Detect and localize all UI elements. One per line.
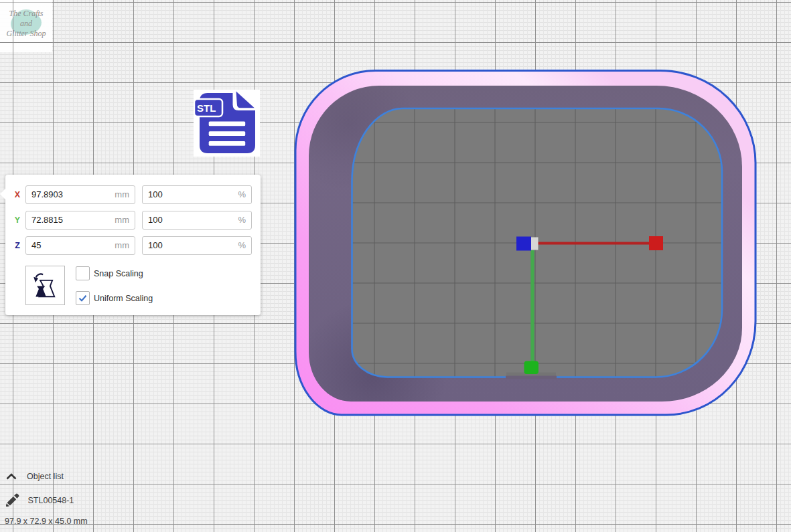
svg-text:STL: STL [197,102,216,114]
